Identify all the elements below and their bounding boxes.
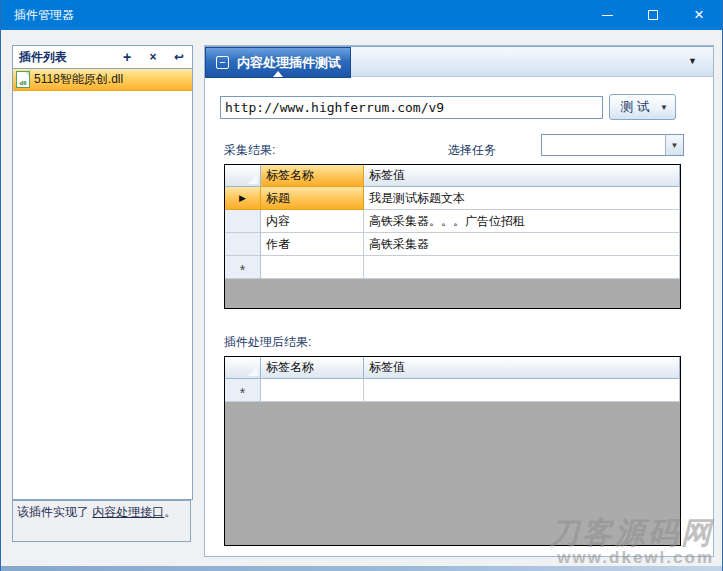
section-header-strip: − 内容处理插件测试 ▼ bbox=[205, 46, 713, 77]
task-combobox-value bbox=[542, 135, 665, 155]
plugin-manager-window: 插件管理器 × 插件列表 + × ↩ dll 5118智能原创.dll 该插件实… bbox=[0, 0, 723, 571]
panel-dropdown-icon[interactable]: ▼ bbox=[688, 56, 697, 66]
grid-corner-cell[interactable] bbox=[225, 165, 261, 187]
tab-content-processing-test[interactable]: − 内容处理插件测试 bbox=[205, 47, 351, 78]
new-row-icon: * bbox=[240, 267, 245, 273]
new-row-selector-cell[interactable]: * bbox=[225, 256, 261, 279]
caption-buttons: × bbox=[584, 0, 722, 30]
row-selector-cell[interactable] bbox=[225, 233, 261, 256]
grid-header-row: 标签名称标签值 bbox=[225, 165, 680, 187]
content-interface-link[interactable]: 内容处理接口 bbox=[92, 505, 164, 519]
grid-new-row[interactable]: * bbox=[225, 379, 680, 402]
task-combobox[interactable]: ▼ bbox=[541, 134, 684, 156]
grid-new-row[interactable]: * bbox=[225, 256, 680, 279]
minimize-button[interactable] bbox=[584, 0, 630, 30]
minimize-icon bbox=[602, 15, 613, 16]
cell-tag-value[interactable] bbox=[364, 379, 680, 402]
column-header-1[interactable]: 标签值 bbox=[364, 357, 680, 379]
cell-tag-name[interactable] bbox=[261, 379, 364, 402]
maximize-icon bbox=[648, 10, 658, 20]
grid-row[interactable]: ▶标题我是测试标题文本 bbox=[225, 187, 680, 210]
collapse-icon[interactable]: − bbox=[216, 56, 229, 69]
url-input[interactable] bbox=[220, 96, 603, 119]
new-row-selector-cell[interactable]: * bbox=[225, 379, 261, 402]
test-button[interactable]: 测 试 ▼ bbox=[609, 94, 676, 120]
row-selector-cell[interactable] bbox=[225, 210, 261, 233]
plugin-list-item-selected[interactable]: dll 5118智能原创.dll bbox=[13, 69, 192, 91]
plugin-info-text: 该插件实现了 bbox=[17, 505, 92, 519]
reload-plugin-button[interactable]: ↩ bbox=[166, 47, 192, 67]
select-task-label: 选择任务 bbox=[448, 142, 496, 159]
plugin-list-panel: 插件列表 + × ↩ dll 5118智能原创.dll bbox=[12, 45, 193, 500]
plugin-info-suffix: 。 bbox=[164, 505, 176, 519]
window-bottom-border bbox=[1, 566, 722, 571]
add-plugin-button[interactable]: + bbox=[114, 47, 140, 67]
grid-row[interactable]: 内容高铁采集器。。。广告位招租 bbox=[225, 210, 680, 233]
current-row-icon: ▶ bbox=[239, 193, 246, 203]
cell-tag-name[interactable]: 标题 bbox=[261, 187, 364, 210]
grid-corner-cell[interactable] bbox=[225, 357, 261, 379]
test-button-label: 测 试 bbox=[610, 98, 660, 116]
tab-label: 内容处理插件测试 bbox=[237, 54, 341, 72]
collect-result-label: 采集结果: bbox=[224, 142, 275, 159]
column-header-0[interactable]: 标签名称 bbox=[261, 165, 364, 187]
test-dropdown-icon[interactable]: ▼ bbox=[660, 103, 675, 112]
cell-tag-name[interactable]: 作者 bbox=[261, 233, 364, 256]
cell-tag-value[interactable]: 高铁采集器。。。广告位招租 bbox=[364, 210, 680, 233]
row-selector-cell[interactable]: ▶ bbox=[225, 187, 261, 210]
window-title: 插件管理器 bbox=[1, 7, 74, 24]
processed-result-label: 插件处理后结果: bbox=[224, 334, 311, 351]
plugin-list: dll 5118智能原创.dll bbox=[13, 69, 192, 91]
grid-header-row: 标签名称标签值 bbox=[225, 357, 680, 379]
collect-result-grid[interactable]: 标签名称标签值▶标题我是测试标题文本内容高铁采集器。。。广告位招租作者高铁采集器… bbox=[224, 164, 681, 309]
maximize-button[interactable] bbox=[630, 0, 676, 30]
grid-row[interactable]: 作者高铁采集器 bbox=[225, 233, 680, 256]
dll-file-icon: dll bbox=[16, 71, 30, 88]
plugin-info-box: 该插件实现了 内容处理接口。 bbox=[12, 500, 191, 542]
cell-tag-name[interactable] bbox=[261, 256, 364, 279]
column-header-1[interactable]: 标签值 bbox=[364, 165, 680, 187]
close-button[interactable]: × bbox=[676, 0, 722, 30]
content-test-panel: − 内容处理插件测试 ▼ 测 试 ▼ 采集结果: 选择任务 ▼ 标签名称标签值▶… bbox=[204, 45, 714, 557]
delete-plugin-button[interactable]: × bbox=[140, 47, 166, 67]
close-icon: × bbox=[694, 6, 704, 23]
plugin-list-header: 插件列表 + × ↩ bbox=[13, 46, 192, 69]
cell-tag-value[interactable]: 我是测试标题文本 bbox=[364, 187, 680, 210]
cell-tag-value[interactable]: 高铁采集器 bbox=[364, 233, 680, 256]
title-bar: 插件管理器 × bbox=[1, 0, 722, 30]
column-header-0[interactable]: 标签名称 bbox=[261, 357, 364, 379]
cell-tag-value[interactable] bbox=[364, 256, 680, 279]
new-row-icon: * bbox=[240, 390, 245, 396]
plugin-list-title: 插件列表 bbox=[13, 49, 114, 66]
cell-tag-name[interactable]: 内容 bbox=[261, 210, 364, 233]
combo-dropdown-icon: ▼ bbox=[665, 135, 683, 155]
plugin-item-label: 5118智能原创.dll bbox=[34, 71, 123, 88]
processed-result-grid[interactable]: 标签名称标签值* bbox=[224, 356, 681, 546]
